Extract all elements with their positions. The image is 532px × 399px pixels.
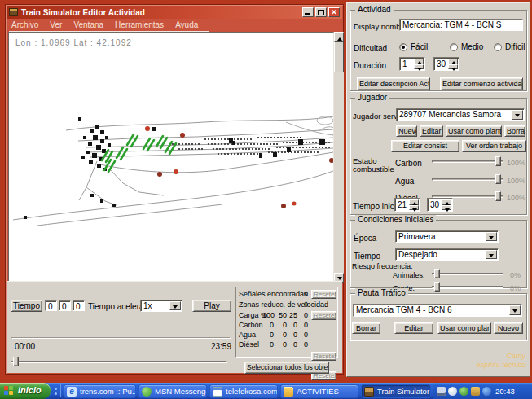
reset-coal-button[interactable]: Resetear (311, 352, 336, 361)
weather-label: Tiempo (354, 252, 380, 261)
timeline-slider-thumb[interactable] (13, 357, 19, 366)
menu-ver[interactable]: Ver (50, 20, 62, 29)
acceleration-select[interactable]: 1x (140, 300, 182, 312)
fuel-coal-label: Carbón (395, 159, 422, 168)
spin-down-icon[interactable] (409, 205, 419, 211)
map-canvas[interactable]: Lon : 1.0969 Lat : 42.1092 (8, 32, 334, 283)
tray-display-icon[interactable] (437, 387, 446, 396)
counters-box: Señales encontradas 0 Resetear Zonas red… (235, 287, 338, 358)
taskbar: Inicio e trens.com :: Pu... MSN Messenge… (0, 383, 532, 399)
reset-signals-button[interactable]: Resetear (311, 290, 336, 299)
taskbar-item-train-simulator[interactable]: Train Simulator Ed... (361, 384, 431, 398)
diesel-v4: 0 (298, 340, 308, 349)
scroll-up-icon[interactable] (334, 32, 344, 42)
taskbar-item-trens[interactable]: e trens.com :: Pu... (64, 384, 136, 398)
play-button[interactable]: Play (192, 300, 231, 312)
activity-group: Actividad Display nombre Mercancia: TGM … (350, 10, 527, 91)
time-seconds-field[interactable]: 0 (73, 300, 85, 311)
tray-network-icon[interactable] (482, 387, 491, 396)
hazard-animals-label: Animales: (393, 271, 425, 279)
select-all-objects-button[interactable]: Seleccionar todos los objetos tipo (244, 362, 329, 374)
radio-medio[interactable]: Medio (450, 42, 483, 51)
start-time-label: Tiempo inicio (353, 202, 401, 211)
edit-consist-button[interactable]: Editar consist (391, 140, 459, 152)
quick-launch[interactable] (52, 384, 61, 397)
tray-home-icon[interactable] (471, 387, 480, 396)
dropdown-arrow-icon[interactable] (169, 301, 181, 310)
timeline-start-label: 00:00 (15, 342, 35, 351)
hazard-animals-slider[interactable] (432, 269, 503, 279)
activity-group-label: Actividad (355, 5, 394, 14)
weather-select[interactable]: Despejado (395, 248, 499, 261)
spin-down-icon[interactable] (414, 64, 424, 70)
service-new-button[interactable]: Nuevo (396, 125, 417, 137)
tray-volume-icon[interactable] (448, 387, 457, 396)
taskbar-item-activities[interactable]: ACTIVITIES (280, 384, 358, 398)
start-hour-spinner[interactable]: 21 (394, 198, 420, 212)
dropdown-arrow-icon[interactable] (486, 232, 497, 241)
dropdown-arrow-icon[interactable] (486, 250, 497, 259)
hazard-people-slider[interactable] (432, 282, 503, 292)
traffic-template-button[interactable]: Usar como plantilla (437, 322, 491, 334)
traffic-pattern-select[interactable]: Mercancia TGM 4 - BCN 6 (353, 304, 522, 317)
maximize-button[interactable] (315, 7, 327, 17)
duration-hours-spinner[interactable]: 1 (399, 57, 425, 71)
edit-description-button[interactable]: Editar descripción Activida (357, 77, 430, 90)
menu-archivo[interactable]: Archivo (11, 20, 38, 29)
coal-v1: 0 (262, 321, 274, 329)
slider-thumb[interactable] (495, 191, 501, 201)
coal-v4: 0 (298, 321, 308, 329)
slider-thumb[interactable] (495, 156, 501, 166)
task-label: MSN Messenger (155, 387, 207, 396)
service-edit-button[interactable]: Editar (420, 125, 443, 137)
fuel-coal-slider[interactable] (432, 156, 503, 167)
scrollbar-thumb[interactable] (334, 42, 344, 72)
traffic-edit-button[interactable]: Editar (394, 322, 433, 334)
spin-down-icon[interactable] (442, 205, 451, 211)
traffic-group: Pauta Tráfico Mercancia TGM 4 - BCN 6 Bo… (350, 293, 527, 340)
start-minute-spinner[interactable]: 30 (427, 198, 453, 212)
view-work-order-button[interactable]: Ver orden trabajo (462, 140, 526, 152)
edit-start-button[interactable]: Editar comienzo actividad (440, 77, 523, 90)
title-bar[interactable]: Train Simulator Editor Actividad ✕ (7, 6, 342, 19)
duration-minutes-spinner[interactable]: 30 (433, 57, 459, 71)
time-button[interactable]: Tiempo (11, 300, 42, 312)
time-minutes-field[interactable]: 0 (59, 300, 71, 311)
task-label: telefekosa.com-... (226, 387, 278, 396)
menu-ventana[interactable]: Ventana (73, 20, 103, 29)
zones-value: 0 (298, 300, 308, 309)
player-service-select[interactable]: 289707 Mercancias Samora (396, 108, 525, 121)
divider (11, 337, 230, 338)
dropdown-arrow-icon[interactable] (509, 305, 521, 315)
start-button[interactable]: Inicio (0, 383, 51, 399)
time-hours-field[interactable]: 0 (45, 300, 57, 311)
traffic-new-button[interactable]: Nuevo (494, 322, 523, 334)
spin-down-icon[interactable] (448, 64, 458, 70)
season-select[interactable]: Primavera (395, 230, 499, 243)
slider-thumb[interactable] (495, 174, 501, 184)
service-delete-button[interactable]: Borrar (504, 125, 525, 137)
vertical-scrollbar[interactable] (334, 32, 344, 283)
coordinates-readout: Lon : 1.0969 Lat : 42.1092 (15, 38, 132, 47)
minimize-button[interactable] (302, 7, 314, 17)
tray-msn-icon[interactable] (459, 387, 468, 396)
service-template-button[interactable]: Usar como plantilla (446, 125, 502, 137)
display-name-input[interactable]: Mercancia: TGM 4 - BCN S (399, 19, 523, 31)
close-button[interactable]: ✕ (328, 7, 340, 17)
slider-thumb[interactable] (434, 282, 440, 292)
taskbar-item-msn[interactable]: MSN Messenger (138, 384, 207, 398)
radio-dificil[interactable]: Difícil (494, 42, 525, 51)
menu-ayuda[interactable]: Ayuda (175, 20, 198, 29)
timeline-slider[interactable] (11, 357, 227, 367)
radio-facil[interactable]: Fácil (399, 42, 428, 51)
water-row-label: Agua (239, 331, 256, 339)
traffic-delete-button[interactable]: Borrar (352, 322, 380, 334)
slider-thumb[interactable] (434, 269, 440, 278)
menu-herramientas[interactable]: Herramientas (115, 20, 164, 29)
fuel-water-slider[interactable] (432, 174, 503, 185)
duration-hours-value: 1 (402, 59, 407, 68)
taskbar-item-web[interactable]: telefekosa.com-... (209, 384, 278, 398)
dropdown-arrow-icon[interactable] (512, 110, 523, 120)
radio-medio-label: Medio (461, 42, 483, 51)
coal-v3: 0 (288, 321, 297, 329)
